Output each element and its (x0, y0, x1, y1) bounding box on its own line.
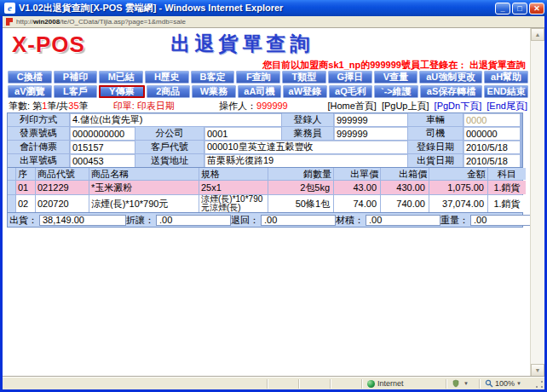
button-history[interactable]: H歷史 (145, 71, 189, 84)
accounting-voucher-label: 會計傳票 (8, 141, 69, 153)
nav-pgdn-link[interactable]: [PgDn下頁] (435, 101, 482, 111)
weight-value[interactable]: .00 (470, 215, 530, 226)
zoom-control[interactable]: 100% ▼ (485, 379, 529, 388)
vertical-scrollbar[interactable]: ▲ ▼ (530, 28, 544, 377)
order-form: 列印方式 4.儲位(出貨先單) 登錄人 999999 車輛 0000 發票號碼 … (7, 112, 523, 168)
salesman-value[interactable]: 999999 (334, 127, 407, 140)
driver-value[interactable]: 000000 (464, 127, 520, 140)
button-query[interactable]: F查詢 (236, 71, 280, 84)
accounting-voucher-value[interactable]: 015157 (70, 141, 135, 153)
col-name-header: 商品名稱 (89, 168, 199, 180)
row-select[interactable] (8, 195, 15, 212)
title-bar[interactable]: e V1.02出退貨查詢[X-POS 雲端網] - Windows Intern… (0, 0, 547, 16)
cell-spec[interactable]: 25x1 (199, 181, 268, 194)
col-box-price-header: 出箱價 (381, 168, 429, 180)
vehicle-label: 車輛 (408, 113, 463, 126)
order-no-label: 出單號碼 (8, 154, 69, 167)
items-table: 序 商品代號 商品名稱 規格 銷數量 出單價 出箱價 金額 科目 01 0212… (7, 168, 523, 213)
discount-label: 折讓： (126, 214, 154, 227)
driver-label: 司機 (408, 127, 463, 140)
cell-code[interactable]: 020720 (36, 195, 89, 212)
shield-icon (452, 379, 460, 388)
cell-qty[interactable]: 2包5kg (268, 181, 333, 194)
button-help[interactable]: aH幫助 (484, 71, 528, 84)
cell-qty[interactable]: 50條1包 (268, 195, 333, 212)
operator: 操作人：999999 (219, 100, 325, 112)
address-input[interactable]: http://win2008/te/O_CData/Tijia.asp?page… (16, 18, 186, 26)
customer-code-label: 客戶代號 (135, 141, 204, 153)
phishing-filter-control[interactable]: ▼ (452, 379, 474, 388)
discount-value[interactable]: .00 (156, 215, 231, 226)
register-date-value[interactable]: 2010/5/18 (464, 141, 520, 153)
cell-box-price[interactable]: 740.00 (381, 195, 429, 212)
col-code-header: 商品代號 (36, 168, 89, 180)
cell-account[interactable]: 1.銷貨 (488, 195, 526, 212)
invoice-no-value[interactable]: 0000000000 (70, 127, 135, 140)
nav-end-link[interactable]: [End尾頁] (487, 101, 527, 111)
button-reprint[interactable]: P補印 (54, 71, 98, 84)
cell-unit-price[interactable]: 74.00 (334, 195, 380, 212)
return-value[interactable]: .00 (261, 215, 336, 226)
button-customer[interactable]: L客戶 (54, 85, 98, 98)
button-save-transfer[interactable]: aS保存轉檔 (420, 85, 483, 98)
button-browse[interactable]: aV瀏覽 (8, 85, 52, 98)
vehicle-value[interactable]: 0000 (464, 113, 520, 126)
order-no-value[interactable]: 000453 (70, 154, 135, 167)
salesman-label: 業務員 (282, 127, 333, 140)
cell-amount[interactable]: 37,074.00 (429, 195, 487, 212)
button-product[interactable]: 2商品 (147, 85, 191, 98)
button-driver[interactable]: aA司機 (238, 85, 282, 98)
delivery-address-label: 送貨地址 (135, 154, 204, 167)
customer-code-value[interactable]: 000010皇英立達五穀豐收 (204, 141, 407, 153)
button-change-file[interactable]: C換檔 (8, 71, 52, 84)
col-select-header (8, 168, 15, 180)
cell-seq[interactable]: 02 (16, 195, 35, 212)
button-check-quantity[interactable]: V查量 (374, 71, 418, 84)
ship-total-value[interactable]: 38,149.00 (39, 215, 126, 226)
cell-box-price[interactable]: 430.00 (381, 181, 429, 194)
resize-grip[interactable] (534, 379, 544, 389)
button-end[interactable]: END結束 (484, 85, 528, 98)
minimize-button[interactable]: _ (495, 3, 510, 14)
volume-label: 材積： (336, 214, 364, 227)
button-login[interactable]: aW登錄 (283, 85, 327, 98)
delivery-address-value[interactable]: 苗栗縣光復路19 (204, 154, 407, 167)
branch-value[interactable]: 0001 (204, 127, 281, 140)
nav-home-link[interactable]: [Home首頁] (327, 101, 376, 111)
cell-seq[interactable]: 01 (16, 181, 35, 194)
button-pick-date[interactable]: G擇日 (328, 71, 372, 84)
print-info: 印單: 印表日期 (113, 100, 219, 112)
close-button[interactable]: ✕ (529, 3, 544, 14)
scroll-down-icon[interactable]: ▼ (531, 364, 544, 377)
cell-unit-price[interactable]: 43.00 (334, 181, 380, 194)
button-voucher-highlighted[interactable]: Y傳票 (99, 85, 145, 98)
button-maintain[interactable]: `->維護 (374, 85, 418, 98)
cell-name[interactable]: 涼煙(長)*10*790元 (89, 195, 199, 212)
col-seq-header: 序 (16, 168, 35, 180)
row-select[interactable] (8, 181, 15, 194)
branch-label: 分公司 (135, 127, 204, 140)
cell-account[interactable]: 1.銷貨 (488, 181, 526, 194)
registrant-label: 登錄人 (282, 113, 333, 126)
nav-pgup-link[interactable]: [PgUp上頁] (382, 101, 429, 111)
button-closed[interactable]: M已結 (99, 71, 143, 84)
cell-spec[interactable]: 涼煙(長)*10*790元涼煙(長) (199, 195, 268, 212)
cell-name[interactable]: *玉米澱粉 (89, 181, 199, 194)
cell-amount[interactable]: 1,075.00 (429, 181, 487, 194)
scrollbar-track[interactable] (531, 41, 544, 364)
volume-value[interactable]: .00 (366, 215, 440, 226)
cell-code[interactable]: 021229 (36, 181, 89, 194)
scroll-up-icon[interactable]: ▲ (531, 28, 544, 41)
col-account-header: 科目 (488, 168, 526, 180)
ship-date-value[interactable]: 2010/5/18 (464, 154, 520, 167)
button-type[interactable]: T類型 (282, 71, 326, 84)
button-gross-profit[interactable]: aQ毛利 (329, 85, 373, 98)
print-mode-value[interactable]: 4.儲位(出貨先單) (70, 113, 281, 126)
register-date-label: 登錄日期 (408, 141, 463, 153)
maximize-button[interactable]: □ (512, 3, 527, 14)
registrant-value[interactable]: 999999 (334, 113, 407, 126)
button-sales[interactable]: W業務 (192, 85, 236, 98)
record-bar: 筆數: 第1筆/共35筆 印單: 印表日期 操作人：999999 [Home首頁… (7, 99, 529, 112)
button-force-change[interactable]: aU強制更改 (419, 71, 482, 84)
button-customer-order[interactable]: B客定 (191, 71, 235, 84)
